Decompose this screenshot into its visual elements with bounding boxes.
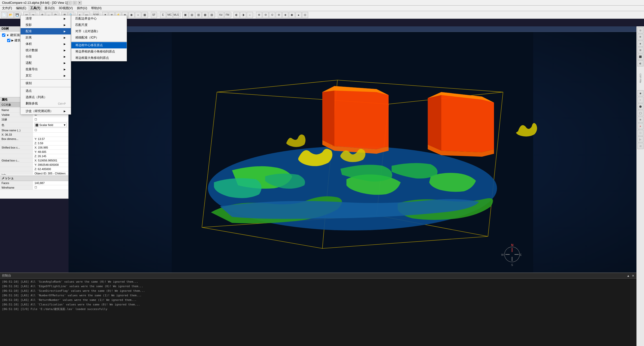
- tb-nfc[interactable]: NfC: [167, 12, 173, 18]
- tb-h1[interactable]: ◐: [234, 12, 240, 18]
- menu-help[interactable]: 帮助(H): [89, 6, 104, 11]
- ctx-pick-list[interactable]: 选择点（列表）: [21, 94, 71, 100]
- tb-e1[interactable]: E: [160, 12, 166, 18]
- mesh-wireframe-value[interactable]: ☐: [33, 185, 68, 190]
- prop-color-value[interactable]: ⬛ Scalar field ▼: [33, 122, 68, 128]
- tb-sf[interactable]: SF: [151, 12, 157, 18]
- sub-center-to-origin[interactable]: 将边框中心移至原点: [71, 42, 127, 48]
- ctx-segment-label: 分段: [26, 54, 32, 59]
- tb-g4[interactable]: ▦: [202, 12, 208, 18]
- ctx-register[interactable]: 配准 ▶: [21, 28, 71, 34]
- ctx-stats[interactable]: 统计数据 ▶: [21, 47, 71, 53]
- tb-g2[interactable]: ▤: [189, 12, 195, 18]
- sub-center-to-origin-label: 将边框中心移至原点: [75, 43, 103, 47]
- tb-kd[interactable]: Kd: [218, 12, 224, 18]
- sub-max-to-origin[interactable]: 将边框最大角移动到原点: [71, 55, 127, 61]
- ctx-fit[interactable]: 适配 ▶: [21, 60, 71, 66]
- sub-match-bbox[interactable]: 匹配边界盒中心: [71, 15, 127, 22]
- rt-btn8[interactable]: ○: [637, 97, 643, 103]
- ctx-level[interactable]: 级别: [21, 80, 71, 86]
- prop-showname-value[interactable]: ☐: [33, 128, 68, 133]
- tb-i3[interactable]: ⊙: [269, 12, 275, 18]
- console-line-2: [06:51:10] [LAS] All 'EdgeOfFlightLine' …: [2, 284, 634, 289]
- menu-edit[interactable]: 编辑(E): [14, 6, 28, 11]
- sub-fine-icp[interactable]: 精细配准（ICP）: [71, 34, 127, 41]
- ctx-segment-arrow: ▶: [64, 55, 66, 58]
- tb-save[interactable]: 💾: [14, 12, 20, 18]
- console-line-3: [06:51:10] [LAS] All 'ScanDirectionFlag'…: [2, 289, 634, 293]
- rt-btn10[interactable]: ◯: [637, 110, 643, 116]
- db-panel-title: DB树: [2, 27, 9, 31]
- console-content[interactable]: [06:51:10] [LAS] All 'ScanAngleRank' val…: [0, 279, 636, 346]
- console-collapse[interactable]: ▲: [627, 274, 630, 278]
- tb-g5[interactable]: ▧: [209, 12, 215, 18]
- rt-btn2[interactable]: 👁: [637, 34, 643, 40]
- ctx-pick-points[interactable]: 选点: [21, 88, 71, 94]
- menu-plugins[interactable]: 插件(U): [75, 6, 89, 11]
- tb-btn6[interactable]: +: [135, 12, 141, 18]
- tb-btn5[interactable]: ◉: [128, 12, 135, 18]
- prop-info-label: Info: [0, 171, 33, 175]
- ctx-distance[interactable]: 距离 ▶: [21, 34, 71, 41]
- tree-checkbox-child[interactable]: [7, 39, 10, 42]
- console-panel: 控制台 ▲ ✕ [06:51:10] [LAS] All 'ScanAngleR…: [0, 272, 636, 346]
- properties-title: 属性: [2, 98, 8, 102]
- menu-display[interactable]: 显示(D): [42, 6, 57, 11]
- tb-btn7[interactable]: ▦: [142, 12, 148, 18]
- rt-btn4[interactable]: ⊞: [637, 47, 643, 53]
- ctx-volume[interactable]: 体积 ▶: [21, 41, 71, 47]
- tb-i1[interactable]: ⊕: [256, 12, 262, 18]
- tb-g1[interactable]: ▣: [182, 12, 188, 18]
- rt-btn3[interactable]: ◈: [637, 41, 643, 47]
- rt-btn15[interactable]: ◁: [637, 143, 643, 149]
- minimize-button[interactable]: ─: [68, 1, 72, 5]
- prop-boxdim-z-label: [0, 141, 33, 145]
- menu-3dview[interactable]: 3D视图(V): [57, 6, 75, 11]
- prop-normal-value[interactable]: ☐: [33, 117, 68, 122]
- rt-btn9[interactable]: ⬤: [637, 103, 643, 110]
- ctx-project[interactable]: 投影 ▶: [21, 22, 71, 28]
- tb-i8[interactable]: ◎: [302, 12, 308, 18]
- console-title: 控制台: [2, 274, 11, 278]
- rt-btn14[interactable]: ▷: [637, 136, 643, 142]
- tb-i4[interactable]: ⊛: [276, 12, 282, 18]
- viewport-3d[interactable]: 3D View 1: [69, 26, 636, 272]
- ctx-delete-poly[interactable]: 删除多线 Ctrl+P: [21, 100, 71, 107]
- menu-tools[interactable]: 工具(T): [28, 6, 42, 11]
- rt-btn5[interactable]: ⬛: [637, 54, 643, 60]
- maximize-button[interactable]: □: [73, 1, 77, 5]
- tb-i6[interactable]: ◉: [289, 12, 295, 18]
- ctx-segment[interactable]: 分段 ▶: [21, 53, 71, 60]
- tb-g3[interactable]: ▥: [195, 12, 202, 18]
- rt-btn11[interactable]: ⊛: [637, 117, 643, 123]
- rt-btn6[interactable]: ◐: [637, 60, 643, 66]
- tb-i5[interactable]: ◈: [282, 12, 288, 18]
- ctx-sandbox[interactable]: 沙盒（研究测试用） ▶: [21, 108, 71, 114]
- tb-i2[interactable]: ⊖: [262, 12, 269, 18]
- close-button[interactable]: ✕: [78, 1, 82, 5]
- console-close[interactable]: ✕: [632, 274, 634, 278]
- sub-align-pairs[interactable]: 对齐（点对选取）: [71, 28, 127, 34]
- canvas-3d[interactable]: N S E W: [69, 32, 636, 272]
- ctx-other[interactable]: 其它 ▶: [21, 72, 71, 79]
- ctx-clean[interactable]: 清理 ▶: [21, 15, 71, 22]
- tb-mls[interactable]: MLS: [173, 12, 179, 18]
- tb-h2[interactable]: ◑: [240, 12, 246, 18]
- ctx-pick-list-label: 选择点（列表）: [26, 95, 47, 99]
- mesh-panel-title: メッシュ: [2, 176, 14, 180]
- tb-open[interactable]: 📂: [8, 12, 14, 18]
- tb-h3[interactable]: ○: [247, 12, 253, 18]
- sub-match-scale[interactable]: 匹配尺度: [71, 22, 127, 28]
- tree-checkbox-root[interactable]: [2, 33, 5, 37]
- menu-file[interactable]: 文件(F): [0, 6, 14, 11]
- tb-fm[interactable]: FM: [224, 12, 230, 18]
- rt-btn12[interactable]: ●: [637, 123, 643, 129]
- rt-btn7[interactable]: ◉: [637, 90, 643, 96]
- tb-new[interactable]: 📄: [1, 12, 7, 18]
- ctx-batch-export[interactable]: 批量导出 ▶: [21, 66, 71, 72]
- tb-i7[interactable]: ●: [295, 12, 302, 18]
- sep12: [254, 12, 255, 17]
- rt-btn13[interactable]: ◌: [637, 130, 643, 136]
- rt-btn1[interactable]: ⊙: [637, 27, 643, 33]
- sub-min-to-origin[interactable]: 将边界框的最小角移动到原点: [71, 48, 127, 55]
